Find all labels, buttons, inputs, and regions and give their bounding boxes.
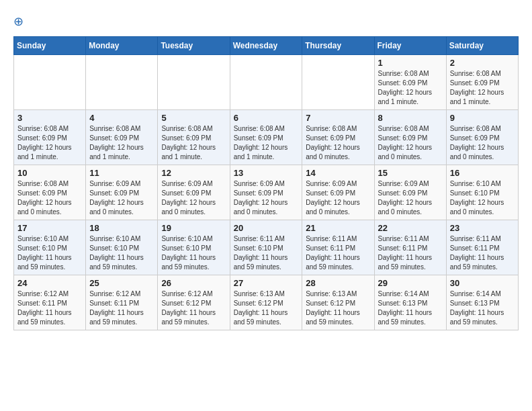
day-info: Sunrise: 6:12 AM Sunset: 6:11 PM Dayligh… [17,289,82,327]
day-info: Sunrise: 6:09 AM Sunset: 6:09 PM Dayligh… [89,179,154,217]
day-info: Sunrise: 6:09 AM Sunset: 6:09 PM Dayligh… [234,179,299,217]
calendar-cell-w0-d1 [86,55,158,110]
dow-header-tuesday: Tuesday [158,37,230,55]
dow-header-thursday: Thursday [302,37,374,55]
day-info: Sunrise: 6:08 AM Sunset: 6:09 PM Dayligh… [234,124,299,162]
calendar-cell-w1-d4: 7Sunrise: 6:08 AM Sunset: 6:09 PM Daylig… [302,110,374,165]
dow-header-wednesday: Wednesday [230,37,302,55]
day-number: 15 [378,168,443,178]
day-info: Sunrise: 6:08 AM Sunset: 6:09 PM Dayligh… [17,179,82,217]
day-info: Sunrise: 6:11 AM Sunset: 6:11 PM Dayligh… [450,234,515,272]
day-info: Sunrise: 6:11 AM Sunset: 6:11 PM Dayligh… [378,234,443,272]
day-info: Sunrise: 6:10 AM Sunset: 6:10 PM Dayligh… [450,179,515,217]
day-number: 18 [89,223,154,233]
day-number: 5 [161,113,226,123]
calendar-cell-w1-d2: 5Sunrise: 6:08 AM Sunset: 6:09 PM Daylig… [158,110,230,165]
day-info: Sunrise: 6:09 AM Sunset: 6:09 PM Dayligh… [378,179,443,217]
calendar-cell-w2-d4: 14Sunrise: 6:09 AM Sunset: 6:09 PM Dayli… [302,165,374,220]
day-number: 4 [89,113,154,123]
day-number: 8 [378,113,443,123]
day-number: 2 [450,58,515,68]
day-info: Sunrise: 6:10 AM Sunset: 6:10 PM Dayligh… [17,234,82,272]
dow-header-saturday: Saturday [446,37,518,55]
day-info: Sunrise: 6:08 AM Sunset: 6:09 PM Dayligh… [161,124,226,162]
day-info: Sunrise: 6:12 AM Sunset: 6:11 PM Dayligh… [89,289,154,327]
day-info: Sunrise: 6:08 AM Sunset: 6:09 PM Dayligh… [306,124,370,162]
day-number: 9 [450,113,515,123]
calendar-cell-w4-d6: 30Sunrise: 6:14 AM Sunset: 6:13 PM Dayli… [446,275,518,330]
day-number: 28 [306,278,370,288]
day-info: Sunrise: 6:10 AM Sunset: 6:10 PM Dayligh… [89,234,154,272]
calendar-cell-w2-d3: 13Sunrise: 6:09 AM Sunset: 6:09 PM Dayli… [230,165,302,220]
day-number: 26 [161,278,226,288]
calendar-cell-w4-d5: 29Sunrise: 6:14 AM Sunset: 6:13 PM Dayli… [374,275,446,330]
day-number: 13 [234,168,299,178]
day-info: Sunrise: 6:11 AM Sunset: 6:10 PM Dayligh… [234,234,299,272]
calendar-cell-w3-d4: 21Sunrise: 6:11 AM Sunset: 6:11 PM Dayli… [302,220,374,275]
calendar-cell-w3-d5: 22Sunrise: 6:11 AM Sunset: 6:11 PM Dayli… [374,220,446,275]
calendar-cell-w1-d3: 6Sunrise: 6:08 AM Sunset: 6:09 PM Daylig… [230,110,302,165]
day-info: Sunrise: 6:11 AM Sunset: 6:11 PM Dayligh… [306,234,370,272]
day-info: Sunrise: 6:10 AM Sunset: 6:10 PM Dayligh… [161,234,226,272]
day-number: 25 [89,278,154,288]
day-number: 14 [306,168,370,178]
day-number: 7 [306,113,370,123]
calendar-cell-w3-d0: 17Sunrise: 6:10 AM Sunset: 6:10 PM Dayli… [14,220,86,275]
calendar-cell-w2-d2: 12Sunrise: 6:09 AM Sunset: 6:09 PM Dayli… [158,165,230,220]
logo-icon: ⊕ [13,13,30,30]
day-info: Sunrise: 6:08 AM Sunset: 6:09 PM Dayligh… [450,69,515,107]
day-number: 1 [378,58,443,68]
calendar-cell-w4-d2: 26Sunrise: 6:12 AM Sunset: 6:12 PM Dayli… [158,275,230,330]
day-info: Sunrise: 6:08 AM Sunset: 6:09 PM Dayligh… [17,124,82,162]
day-number: 10 [17,168,82,178]
calendar-cell-w0-d6: 2Sunrise: 6:08 AM Sunset: 6:09 PM Daylig… [446,55,518,110]
day-number: 19 [161,223,226,233]
day-number: 29 [378,278,443,288]
header: ⊕ [13,13,519,30]
day-info: Sunrise: 6:08 AM Sunset: 6:09 PM Dayligh… [450,124,515,162]
day-number: 24 [17,278,82,288]
day-number: 6 [234,113,299,123]
calendar-cell-w4-d1: 25Sunrise: 6:12 AM Sunset: 6:11 PM Dayli… [86,275,158,330]
day-number: 27 [234,278,299,288]
calendar-cell-w1-d6: 9Sunrise: 6:08 AM Sunset: 6:09 PM Daylig… [446,110,518,165]
calendar-cell-w2-d0: 10Sunrise: 6:08 AM Sunset: 6:09 PM Dayli… [14,165,86,220]
day-info: Sunrise: 6:12 AM Sunset: 6:12 PM Dayligh… [161,289,226,327]
calendar-cell-w2-d1: 11Sunrise: 6:09 AM Sunset: 6:09 PM Dayli… [86,165,158,220]
day-number: 20 [234,223,299,233]
svg-text:⊕: ⊕ [13,15,24,28]
calendar-cell-w4-d0: 24Sunrise: 6:12 AM Sunset: 6:11 PM Dayli… [14,275,86,330]
day-info: Sunrise: 6:08 AM Sunset: 6:09 PM Dayligh… [378,69,443,107]
day-info: Sunrise: 6:14 AM Sunset: 6:13 PM Dayligh… [378,289,443,327]
day-info: Sunrise: 6:08 AM Sunset: 6:09 PM Dayligh… [89,124,154,162]
day-number: 30 [450,278,515,288]
calendar-cell-w3-d2: 19Sunrise: 6:10 AM Sunset: 6:10 PM Dayli… [158,220,230,275]
calendar-cell-w0-d3 [230,55,302,110]
logo: ⊕ [13,13,32,30]
dow-header-monday: Monday [86,37,158,55]
calendar-cell-w0-d0 [14,55,86,110]
day-number: 11 [89,168,154,178]
day-number: 23 [450,223,515,233]
calendar: SundayMondayTuesdayWednesdayThursdayFrid… [13,36,519,330]
calendar-cell-w3-d6: 23Sunrise: 6:11 AM Sunset: 6:11 PM Dayli… [446,220,518,275]
calendar-cell-w3-d3: 20Sunrise: 6:11 AM Sunset: 6:10 PM Dayli… [230,220,302,275]
day-info: Sunrise: 6:09 AM Sunset: 6:09 PM Dayligh… [161,179,226,217]
dow-header-friday: Friday [374,37,446,55]
day-number: 16 [450,168,515,178]
day-number: 22 [378,223,443,233]
calendar-cell-w1-d1: 4Sunrise: 6:08 AM Sunset: 6:09 PM Daylig… [86,110,158,165]
day-info: Sunrise: 6:08 AM Sunset: 6:09 PM Dayligh… [378,124,443,162]
day-number: 21 [306,223,370,233]
dow-header-sunday: Sunday [14,37,86,55]
day-info: Sunrise: 6:13 AM Sunset: 6:12 PM Dayligh… [234,289,299,327]
calendar-cell-w2-d5: 15Sunrise: 6:09 AM Sunset: 6:09 PM Dayli… [374,165,446,220]
calendar-cell-w1-d0: 3Sunrise: 6:08 AM Sunset: 6:09 PM Daylig… [14,110,86,165]
calendar-cell-w3-d1: 18Sunrise: 6:10 AM Sunset: 6:10 PM Dayli… [86,220,158,275]
calendar-cell-w1-d5: 8Sunrise: 6:08 AM Sunset: 6:09 PM Daylig… [374,110,446,165]
calendar-cell-w4-d3: 27Sunrise: 6:13 AM Sunset: 6:12 PM Dayli… [230,275,302,330]
day-number: 17 [17,223,82,233]
calendar-cell-w0-d2 [158,55,230,110]
calendar-cell-w2-d6: 16Sunrise: 6:10 AM Sunset: 6:10 PM Dayli… [446,165,518,220]
day-info: Sunrise: 6:14 AM Sunset: 6:13 PM Dayligh… [450,289,515,327]
